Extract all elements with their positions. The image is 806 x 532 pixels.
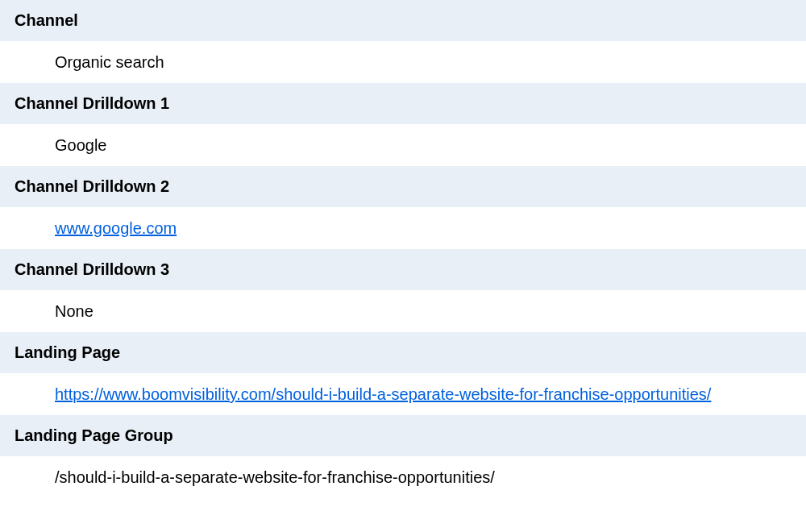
header-landing-page: Landing Page <box>0 332 806 374</box>
value-cell-landing-page: https://www.boomvisibility.com/should-i-… <box>0 374 806 415</box>
row-channel: Channel Organic search <box>0 0 806 83</box>
details-table: Channel Organic search Channel Drilldown… <box>0 0 806 498</box>
value-cell-channel-drilldown-2: www.google.com <box>0 208 806 249</box>
header-channel: Channel <box>0 0 806 42</box>
value-channel: Organic search <box>0 42 806 83</box>
row-landing-page-group: Landing Page Group /should-i-build-a-sep… <box>0 415 806 498</box>
header-channel-drilldown-1: Channel Drilldown 1 <box>0 83 806 125</box>
row-channel-drilldown-1: Channel Drilldown 1 Google <box>0 83 806 166</box>
link-channel-drilldown-2[interactable]: www.google.com <box>55 219 177 237</box>
header-channel-drilldown-3: Channel Drilldown 3 <box>0 249 806 291</box>
row-channel-drilldown-2: Channel Drilldown 2 www.google.com <box>0 166 806 249</box>
header-landing-page-group: Landing Page Group <box>0 415 806 457</box>
row-landing-page: Landing Page https://www.boomvisibility.… <box>0 332 806 415</box>
link-landing-page[interactable]: https://www.boomvisibility.com/should-i-… <box>55 385 711 403</box>
value-landing-page-group: /should-i-build-a-separate-website-for-f… <box>0 457 806 498</box>
row-channel-drilldown-3: Channel Drilldown 3 None <box>0 249 806 332</box>
value-channel-drilldown-1: Google <box>0 125 806 166</box>
value-channel-drilldown-3: None <box>0 291 806 332</box>
header-channel-drilldown-2: Channel Drilldown 2 <box>0 166 806 208</box>
